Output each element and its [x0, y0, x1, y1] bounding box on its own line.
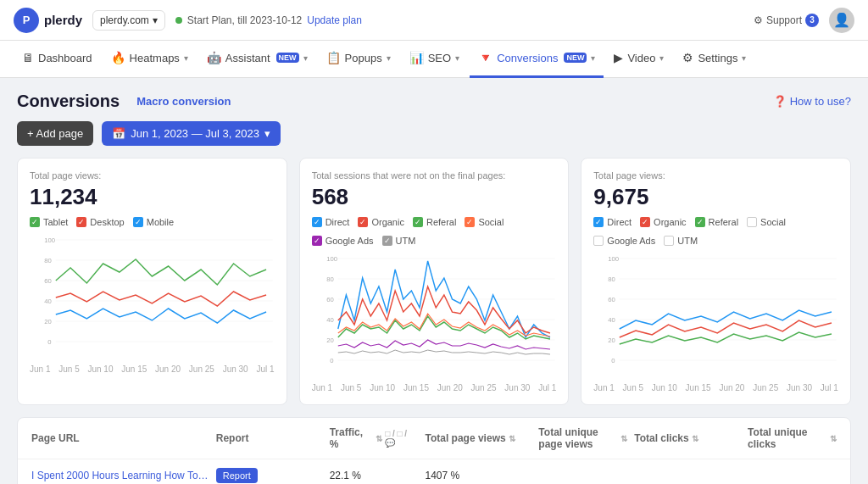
page-title-area: Conversions Macro conversion [17, 92, 237, 111]
legend-item-utm-3[interactable]: UTM [664, 236, 698, 246]
legend-check-google-ads-3 [593, 236, 604, 246]
legend-item-social[interactable]: Social [465, 217, 504, 227]
legend-label-google-ads: Google Ads [326, 236, 374, 246]
nav-item-heatmaps[interactable]: 🔥 Heatmaps ▾ [103, 41, 197, 78]
legend-label-direct-3: Direct [607, 217, 632, 227]
chevron-icon: ▾ [455, 53, 459, 63]
nav-label-video: Video [627, 52, 655, 64]
nav-item-seo[interactable]: 📊 SEO ▾ [401, 41, 468, 78]
svg-text:60: 60 [44, 277, 52, 285]
legend-check-desktop [76, 217, 86, 227]
svg-text:80: 80 [609, 275, 616, 283]
legend-item-organic[interactable]: Organic [358, 217, 404, 227]
legend-check-direct [312, 217, 322, 227]
navbar: 🖥 Dashboard 🔥 Heatmaps ▾ 🤖 Assistant NEW… [0, 41, 868, 78]
nav-item-video[interactable]: ▶ Video ▾ [605, 41, 672, 78]
nav-label-settings: Settings [698, 52, 737, 64]
avatar[interactable]: 👤 [829, 8, 854, 33]
legend-item-direct[interactable]: Direct [312, 217, 350, 227]
nav-label-popups: Popups [345, 52, 382, 64]
how-to-use-link[interactable]: ❓ How to use? [773, 95, 851, 108]
col-label-total-clicks: Total clicks [634, 432, 688, 444]
legend-check-social-3 [747, 217, 757, 227]
svg-text:60: 60 [609, 296, 616, 303]
legend-item-mobile[interactable]: Mobile [133, 217, 174, 227]
svg-text:0: 0 [330, 357, 334, 364]
col-header-total-page-views[interactable]: Total page views ⇅ [426, 432, 532, 444]
plan-text: Start Plan, till 2023-10-12 [187, 14, 302, 26]
legend-label-direct: Direct [326, 217, 350, 227]
table-row: I Spent 2000 Hours Learning How To Learn… [18, 459, 850, 484]
page-tab-macro[interactable]: Macro conversion [130, 92, 237, 111]
traffic-sub-icons: □ / □ / 💬 [385, 429, 418, 448]
chevron-icon: ▾ [742, 53, 746, 63]
legend-item-google-ads-3[interactable]: Google Ads [593, 236, 655, 246]
seo-icon: 📊 [409, 51, 424, 64]
legend-label-mobile: Mobile [147, 217, 174, 227]
page-content: Conversions Macro conversion ❓ How to us… [0, 78, 868, 484]
row-url[interactable]: I Spent 2000 Hours Learning How To Learn… [31, 470, 209, 481]
chevron-icon: ▾ [591, 53, 595, 63]
legend-item-referal[interactable]: Referal [413, 217, 456, 227]
svg-text:100: 100 [44, 236, 55, 244]
nav-item-assistant[interactable]: 🤖 Assistant NEW ▾ [198, 41, 316, 78]
report-button[interactable]: Report [216, 468, 258, 483]
card-value-2: 568 [312, 184, 557, 210]
col-label-total-unique-clicks: Total unique clicks [748, 426, 827, 450]
legend-item-organic-3[interactable]: Organic [640, 217, 687, 227]
svg-text:40: 40 [326, 316, 334, 324]
legend-item-social-3[interactable]: Social [747, 217, 786, 227]
legend-check-organic-3 [640, 217, 650, 227]
legend-check-referal [413, 217, 423, 227]
svg-text:100: 100 [326, 255, 337, 263]
svg-text:40: 40 [44, 298, 52, 305]
col-header-total-unique-clicks[interactable]: Total unique clicks ⇅ [748, 426, 837, 450]
assistant-icon: 🤖 [207, 51, 221, 64]
domain-selector[interactable]: plerdy.com ▾ [92, 10, 165, 31]
legend-check-organic [358, 217, 368, 227]
legend-item-tablet[interactable]: Tablet [30, 217, 68, 227]
sort-icon-tupv: ⇅ [620, 434, 627, 443]
col-header-total-clicks[interactable]: Total clicks ⇅ [634, 432, 741, 444]
nav-item-conversions[interactable]: 🔻 Conversions NEW ▾ [470, 41, 604, 78]
nav-item-popups[interactable]: 📋 Popups ▾ [318, 41, 399, 78]
plan-badge: Start Plan, till 2023-10-12 Update plan [175, 14, 362, 26]
add-page-button[interactable]: + Add page [17, 121, 93, 146]
card-legend-3: Direct Organic Referal Social Google Ads [593, 217, 838, 246]
legend-item-google-ads[interactable]: Google Ads [312, 236, 374, 246]
svg-text:0: 0 [47, 338, 52, 346]
card-label-1: Total page views: [30, 170, 275, 181]
col-header-traffic[interactable]: Traffic, % ⇅ □ / □ / 💬 [330, 426, 419, 450]
legend-label-organic: Organic [371, 217, 404, 227]
svg-text:20: 20 [609, 337, 616, 344]
legend-item-desktop[interactable]: Desktop [76, 217, 124, 227]
help-icon: ❓ [773, 95, 787, 108]
legend-label-tablet: Tablet [43, 217, 68, 227]
support-button[interactable]: ⚙ Support 3 [754, 14, 819, 27]
legend-item-direct-3[interactable]: Direct [593, 217, 632, 227]
table-section: Page URL Report Traffic, % ⇅ □ / □ / 💬 T… [17, 417, 851, 484]
heatmaps-icon: 🔥 [111, 51, 125, 64]
legend-check-utm [382, 236, 392, 246]
legend-label-social: Social [478, 217, 504, 227]
svg-text:80: 80 [44, 257, 52, 264]
chevron-down-icon: ▾ [264, 127, 270, 140]
update-plan-link[interactable]: Update plan [307, 14, 362, 26]
legend-item-referal-3[interactable]: Referal [695, 217, 738, 227]
card-total-sessions: Total sessions that were not on the fina… [299, 158, 570, 405]
date-range-button[interactable]: 📅 Jun 1, 2023 — Jul 3, 2023 ▾ [102, 121, 281, 146]
nav-item-settings[interactable]: ⚙ Settings ▾ [674, 41, 754, 78]
date-range-label: Jun 1, 2023 — Jul 3, 2023 [131, 127, 259, 140]
card-total-views: Total page views: 11,234 Tablet Desktop … [17, 158, 287, 405]
legend-check-social [465, 217, 475, 227]
nav-item-dashboard[interactable]: 🖥 Dashboard [14, 41, 101, 78]
row-report: Report [216, 468, 323, 483]
legend-item-utm[interactable]: UTM [382, 236, 416, 246]
col-label-total-unique-page-views: Total unique page views [538, 426, 618, 450]
chevron-down-icon: ▾ [153, 14, 158, 26]
col-header-total-unique-page-views[interactable]: Total unique page views ⇅ [538, 426, 627, 450]
conversions-icon: 🔻 [478, 51, 492, 64]
chevron-icon: ▾ [184, 53, 188, 63]
legend-check-tablet [30, 217, 40, 227]
topbar-right: ⚙ Support 3 👤 [754, 8, 854, 33]
